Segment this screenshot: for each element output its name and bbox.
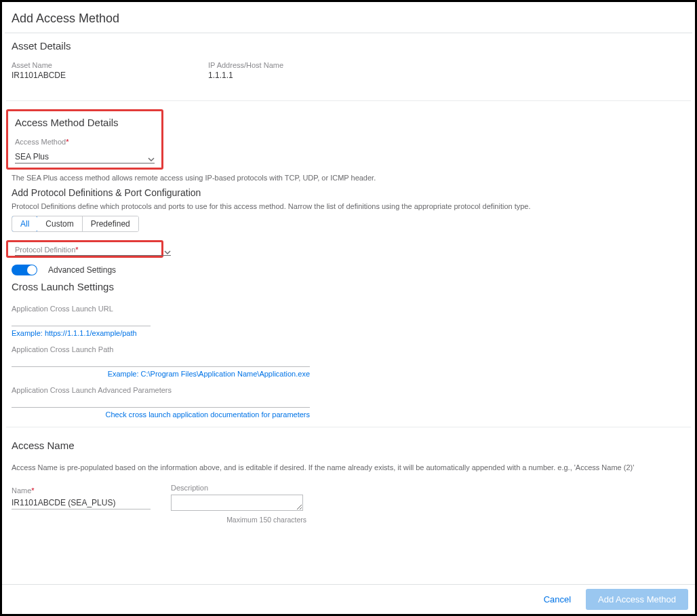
- name-label: Name*: [12, 486, 35, 495]
- asset-details-heading: Asset Details: [12, 40, 685, 52]
- cross-launch-adv-block: Application Cross Launch Advanced Parame…: [12, 386, 310, 408]
- asset-details-section: Asset Details Asset Name IR1101ABCDE IP …: [2, 33, 695, 92]
- cancel-button[interactable]: Cancel: [537, 590, 578, 609]
- divider: [6, 427, 691, 427]
- protocol-definition-highlight: Protocol Definition*: [6, 240, 163, 258]
- cross-launch-path-block: Application Cross Launch Path: [12, 345, 310, 367]
- access-method-description: The SEA Plus access method allows remote…: [12, 174, 685, 182]
- asset-name-label: Asset Name: [12, 61, 181, 69]
- asset-details-row: Asset Name IR1101ABCDE IP Address/Host N…: [12, 61, 685, 80]
- description-textarea[interactable]: [171, 495, 303, 511]
- cross-launch-path-hint: Example: C:\Program Files\Application Na…: [12, 370, 310, 378]
- tab-predefined[interactable]: Predefined: [83, 216, 138, 231]
- access-method-value: SEA Plus: [15, 152, 49, 161]
- chevron-down-icon: [164, 246, 171, 253]
- cross-launch-path-label: Application Cross Launch Path: [12, 345, 310, 353]
- description-label: Description: [171, 484, 306, 492]
- name-description-row: Name* Description Maximum 150 characters: [12, 484, 685, 524]
- protocol-heading: Add Protocol Definitions & Port Configur…: [12, 187, 685, 198]
- asset-name-value: IR1101ABCDE: [12, 71, 181, 80]
- cross-launch-heading: Cross Launch Settings: [12, 281, 685, 292]
- access-method-select[interactable]: SEA Plus: [15, 151, 155, 163]
- protocol-definition-placeholder: Protocol Definition*: [15, 246, 79, 254]
- tab-all[interactable]: All: [12, 216, 38, 232]
- advanced-settings-toggle[interactable]: [12, 265, 37, 275]
- protocol-description: Protocol Definitions define which protoc…: [12, 202, 685, 210]
- access-name-heading: Access Name: [12, 440, 685, 451]
- ip-label: IP Address/Host Name: [208, 61, 378, 69]
- advanced-settings-label: Advanced Settings: [48, 265, 116, 275]
- access-method-highlight: Access Method Details Access Method* SEA…: [6, 109, 163, 170]
- access-method-heading: Access Method Details: [15, 117, 155, 128]
- name-field-block: Name*: [12, 484, 151, 509]
- cross-launch-path-input[interactable]: [12, 354, 310, 367]
- asset-name-block: Asset Name IR1101ABCDE: [12, 61, 181, 80]
- cross-launch-url-input[interactable]: [12, 313, 151, 326]
- access-name-section: Access Name: [2, 436, 695, 461]
- chevron-down-icon: [148, 153, 155, 160]
- tab-custom[interactable]: Custom: [37, 216, 82, 231]
- access-method-label: Access Method*: [15, 138, 68, 146]
- footer-bar: Cancel Add Access Method: [2, 584, 695, 614]
- cross-launch-adv-hint: Check cross launch application documenta…: [12, 410, 310, 419]
- name-input[interactable]: [12, 497, 151, 509]
- add-access-method-button[interactable]: Add Access Method: [586, 589, 688, 610]
- max-chars-note: Maximum 150 characters: [171, 516, 306, 524]
- cross-launch-url-block: Application Cross Launch URL: [12, 305, 151, 326]
- cross-launch-adv-input[interactable]: [12, 395, 310, 408]
- cross-launch-url-hint: Example: https://1.1.1.1/example/path: [12, 329, 310, 337]
- toggle-knob: [27, 265, 37, 275]
- page-title: Add Access Method: [2, 2, 695, 33]
- ip-block: IP Address/Host Name 1.1.1.1: [208, 61, 378, 80]
- divider: [6, 100, 691, 101]
- access-name-description: Access Name is pre-populated based on th…: [12, 463, 685, 471]
- advanced-settings-row: Advanced Settings: [12, 265, 685, 275]
- protocol-tab-group: All Custom Predefined: [12, 216, 139, 232]
- description-field-block: Description Maximum 150 characters: [171, 484, 306, 524]
- ip-value: 1.1.1.1: [208, 71, 378, 80]
- protocol-definition-select[interactable]: Protocol Definition*: [15, 245, 171, 256]
- cross-launch-adv-label: Application Cross Launch Advanced Parame…: [12, 386, 310, 394]
- cross-launch-url-label: Application Cross Launch URL: [12, 305, 151, 313]
